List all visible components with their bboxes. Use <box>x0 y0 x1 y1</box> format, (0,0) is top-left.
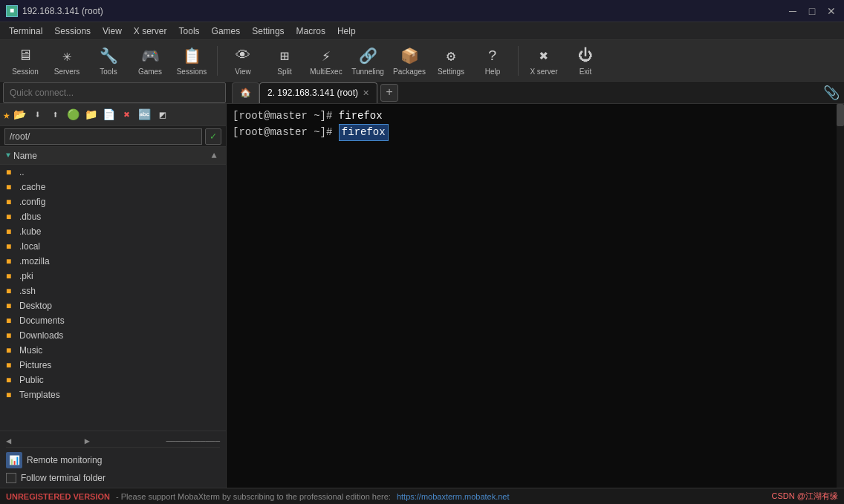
file-item[interactable]: ■.mozilla <box>0 254 226 269</box>
prompt-1: [root@master ~]# <box>233 108 339 124</box>
file-item[interactable]: ■.ssh <box>0 284 226 298</box>
toolbar-item-tools[interactable]: 🔧Tools <box>89 43 128 79</box>
left-panel-toolbar: ★ 📂 ⬇ ⬆ 🟢 📁 📄 ✖ 🔤 ◩ <box>0 104 226 126</box>
tab-close-button[interactable]: ✕ <box>363 88 369 98</box>
scroll-right-button[interactable]: ▶ <box>85 436 90 447</box>
active-tab[interactable]: 2. 192.168.3.141 (root) ✕ <box>259 82 377 103</box>
copy-icon[interactable]: 📁 <box>83 107 100 123</box>
file-item[interactable]: ■Desktop <box>0 298 226 313</box>
download-icon[interactable]: ⬇ <box>30 107 46 123</box>
file-name: .kube <box>19 226 41 237</box>
menu-item-help[interactable]: Help <box>331 24 362 38</box>
delete-icon[interactable]: ✖ <box>119 107 135 123</box>
menu-item-terminal[interactable]: Terminal <box>3 24 48 38</box>
star-icon[interactable]: ★ <box>3 108 10 122</box>
settings-icon: ⚙ <box>441 45 461 66</box>
file-item[interactable]: ■.kube <box>0 224 226 239</box>
toolbar-separator <box>217 46 218 76</box>
remote-monitoring-row[interactable]: 📊 Remote monitoring <box>6 452 220 468</box>
refresh-icon[interactable]: ◩ <box>155 107 171 123</box>
quick-connect-input[interactable] <box>3 82 226 103</box>
toolbar-item-servers[interactable]: ✳Servers <box>48 43 86 79</box>
file-name: .. <box>19 167 25 177</box>
scroll-left-button[interactable]: ◀ <box>6 436 11 447</box>
file-name: .local <box>19 241 40 252</box>
file-item[interactable]: ■.pki <box>0 269 226 284</box>
toolbar-item-sessions[interactable]: 📋Sessions <box>172 43 211 79</box>
toolbar-item-packages[interactable]: 📦Packages <box>390 43 429 79</box>
open-folder-icon[interactable]: 📂 <box>12 107 28 123</box>
watermark: CSDN @江湖有缘 <box>772 491 838 502</box>
file-item[interactable]: ■Public <box>0 373 226 387</box>
new-file-icon[interactable]: 📄 <box>101 107 117 123</box>
toolbar-separator <box>518 46 519 76</box>
file-item[interactable]: ■Pictures <box>0 358 226 373</box>
toolbar-item-tunneling[interactable]: 🔗Tunneling <box>348 43 387 79</box>
follow-folder-checkbox[interactable] <box>6 473 16 483</box>
path-confirm-button[interactable]: ✓ <box>205 128 221 145</box>
close-button[interactable]: ✕ <box>825 4 838 18</box>
command-input-2[interactable]: firefox <box>339 124 389 141</box>
filter-icon[interactable]: ⬆ <box>48 107 64 123</box>
view-icon: 👁 <box>233 45 253 66</box>
folder-icon: ■ <box>6 390 16 400</box>
menu-item-view[interactable]: View <box>97 24 128 38</box>
toolbar-item-help[interactable]: ?Help <box>473 43 512 79</box>
file-item[interactable]: ■Templates <box>0 387 226 402</box>
toolbar-item-settings[interactable]: ⚙Settings <box>432 43 470 79</box>
toolbar-item-split[interactable]: ⊞Split <box>265 43 304 79</box>
menu-item-tools[interactable]: Tools <box>173 24 206 38</box>
toolbar-item-games[interactable]: 🎮Games <box>131 43 169 79</box>
command-1: firefox <box>339 108 383 124</box>
file-name: Downloads <box>19 330 63 341</box>
follow-terminal-folder-row[interactable]: Follow terminal folder <box>6 473 220 483</box>
status-url[interactable]: https://mobaxterm.mobatek.net <box>397 492 510 501</box>
menu-item-games[interactable]: Games <box>206 24 247 38</box>
toolbar-item-multiexec[interactable]: ⚡MultiExec <box>307 43 345 79</box>
file-name: .pki <box>19 271 33 281</box>
file-item[interactable]: ■Music <box>0 343 226 358</box>
file-name: Templates <box>19 390 60 400</box>
title-bar: ■ 192.168.3.141 (root) ─ □ ✕ <box>0 0 844 22</box>
exit-icon: ⏻ <box>575 45 596 66</box>
file-item[interactable]: ■.cache <box>0 180 226 194</box>
title-bar-left: ■ 192.168.3.141 (root) <box>6 5 103 17</box>
home-tab[interactable]: 🏠 <box>232 82 259 103</box>
menu-bar: TerminalSessionsViewX serverToolsGamesSe… <box>0 22 844 40</box>
file-item[interactable]: ■.dbus <box>0 209 226 224</box>
file-item[interactable]: ■Documents <box>0 313 226 328</box>
file-list-container: ■..■.cache■.config■.dbus■.kube■.local■.m… <box>0 165 226 431</box>
sort-indicator: ▼ <box>6 151 10 160</box>
rename-icon[interactable]: 🔤 <box>137 107 153 123</box>
attach-icon[interactable]: 📎 <box>823 85 840 101</box>
games-label: Games <box>138 68 162 76</box>
name-column-header[interactable]: Name <box>13 151 37 161</box>
new-folder-icon[interactable]: 🟢 <box>65 107 82 123</box>
file-item[interactable]: ■Downloads <box>0 328 226 343</box>
menu-item-x-server[interactable]: X server <box>128 24 173 38</box>
minimize-button[interactable]: ─ <box>786 4 799 18</box>
toolbar-item-view[interactable]: 👁View <box>224 43 262 79</box>
menu-item-sessions[interactable]: Sessions <box>48 24 97 38</box>
left-panel: ★ 📂 ⬇ ⬆ 🟢 📁 📄 ✖ 🔤 ◩ ✓ ▼ Name ▲ <box>0 104 227 488</box>
toolbar-item-xserver[interactable]: ✖X server <box>525 43 563 79</box>
scroll-indicator: ─────────── <box>166 437 220 446</box>
terminal-scrollbar[interactable] <box>837 104 844 488</box>
terminal-panel[interactable]: [root@master ~]# firefox [root@master ~]… <box>227 104 844 488</box>
maximize-button[interactable]: □ <box>805 4 819 18</box>
scroll-up-button[interactable]: ▲ <box>208 151 220 161</box>
tools-label: Tools <box>100 68 117 76</box>
tabs-container: 🏠 2. 192.168.3.141 (root) ✕ + <box>232 82 823 103</box>
file-list-header: ▼ Name ▲ <box>0 147 226 165</box>
file-item[interactable]: ■.config <box>0 194 226 209</box>
file-item[interactable]: ■.local <box>0 239 226 254</box>
new-tab-button[interactable]: + <box>380 84 398 102</box>
toolbar-item-exit[interactable]: ⏻Exit <box>566 43 605 79</box>
terminal-scrollbar-thumb[interactable] <box>837 104 844 126</box>
path-input[interactable] <box>4 128 202 145</box>
file-item[interactable]: ■.. <box>0 165 226 180</box>
menu-item-settings[interactable]: Settings <box>246 24 290 38</box>
toolbar-item-session[interactable]: 🖥Session <box>6 43 45 79</box>
menu-item-macros[interactable]: Macros <box>290 24 331 38</box>
folder-icon: ■ <box>6 360 16 370</box>
